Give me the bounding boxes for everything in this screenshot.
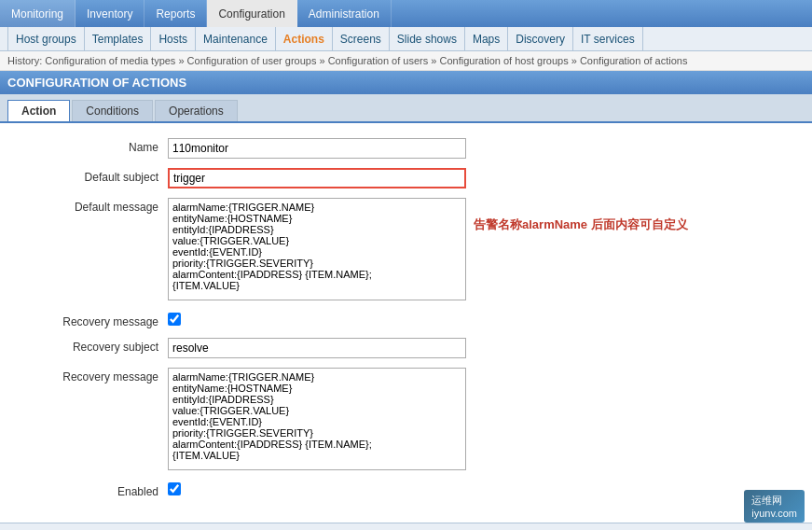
breadcrumb: History: Configuration of media types » …: [0, 51, 812, 71]
name-label: Name: [19, 138, 168, 154]
recovery-subject-field-wrapper: [168, 338, 466, 358]
enabled-check-wrapper: [168, 482, 466, 498]
recovery-message-textarea[interactable]: [168, 368, 466, 470]
nav-inventory[interactable]: Inventory: [76, 0, 145, 27]
watermark: 运维网iyunv.com: [744, 490, 805, 523]
nav-discovery[interactable]: Discovery: [508, 27, 573, 50]
nav-administration[interactable]: Administration: [297, 0, 392, 27]
default-subject-input[interactable]: [168, 168, 466, 188]
content-area: Name Default subject Default message 告警名…: [0, 123, 812, 523]
nav-templates[interactable]: Templates: [85, 27, 152, 50]
button-bar: Add Cancel: [0, 523, 812, 530]
nav-hosts[interactable]: Hosts: [151, 27, 196, 50]
default-subject-field-wrapper: [168, 168, 466, 188]
nav-screens[interactable]: Screens: [333, 27, 390, 50]
default-subject-label: Default subject: [19, 168, 168, 184]
name-input[interactable]: [168, 138, 466, 159]
default-message-row: Default message 告警名称alarmName 后面内容可自定义: [19, 198, 793, 303]
recovery-message-checkbox[interactable]: [168, 313, 181, 326]
nav-it-services[interactable]: IT services: [573, 27, 643, 50]
default-message-textarea[interactable]: [168, 198, 466, 300]
nav-configuration[interactable]: Configuration: [207, 0, 296, 27]
top-nav: Monitoring Inventory Reports Configurati…: [0, 0, 812, 27]
second-nav: Host groups Templates Hosts Maintenance …: [0, 27, 812, 51]
tab-operations[interactable]: Operations: [155, 100, 238, 121]
enabled-row: Enabled: [19, 482, 793, 498]
recovery-message-checkbox-row: Recovery message: [19, 313, 793, 328]
annotation-text: 告警名称alarmName 后面内容可自定义: [474, 198, 688, 233]
recovery-message-check-label: Recovery message: [19, 313, 168, 328]
nav-monitoring[interactable]: Monitoring: [0, 0, 76, 27]
page-title: CONFIGURATION OF ACTIONS: [0, 71, 812, 94]
enabled-checkbox[interactable]: [168, 482, 181, 495]
default-message-label: Default message: [19, 198, 168, 214]
enabled-label: Enabled: [19, 482, 168, 498]
name-row: Name: [19, 138, 793, 159]
recovery-message-check-wrapper: [168, 313, 466, 328]
default-message-field-wrapper: [168, 198, 466, 303]
recovery-message-text-wrapper: [168, 368, 466, 473]
tab-action[interactable]: Action: [7, 100, 70, 121]
recovery-subject-row: Recovery subject: [19, 338, 793, 358]
nav-maintenance[interactable]: Maintenance: [196, 27, 276, 50]
nav-actions[interactable]: Actions: [276, 27, 333, 50]
nav-slide-shows[interactable]: Slide shows: [390, 27, 465, 50]
recovery-message-text-row: Recovery message: [19, 368, 793, 473]
tab-bar: Action Conditions Operations: [0, 94, 812, 123]
nav-host-groups[interactable]: Host groups: [7, 27, 85, 50]
nav-reports[interactable]: Reports: [145, 0, 207, 27]
tab-conditions[interactable]: Conditions: [72, 100, 153, 121]
breadcrumb-text: History: Configuration of media types » …: [7, 55, 687, 66]
name-field-wrapper: [168, 138, 466, 159]
default-subject-row: Default subject: [19, 168, 793, 188]
recovery-subject-label: Recovery subject: [19, 338, 168, 354]
recovery-message-text-label: Recovery message: [19, 368, 168, 384]
nav-maps[interactable]: Maps: [465, 27, 508, 50]
recovery-subject-input[interactable]: [168, 338, 466, 358]
